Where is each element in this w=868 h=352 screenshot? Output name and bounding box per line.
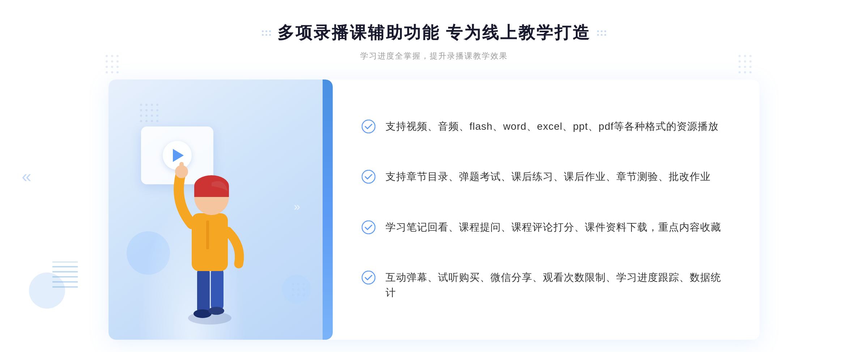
svg-point-26 [151,104,153,106]
dots-decoration-tl [103,52,132,83]
svg-point-16 [744,60,746,63]
svg-point-62 [362,170,375,183]
svg-point-18 [739,66,741,68]
svg-point-17 [749,60,752,63]
feature-text-3: 学习笔记回看、课程提问、课程评论打分、课件资料下载，重点内容收藏 [386,220,721,235]
check-icon-3 [362,220,375,234]
right-dots [597,30,606,36]
svg-point-0 [106,55,108,57]
svg-point-28 [140,109,142,111]
svg-rect-60 [206,220,209,249]
svg-point-8 [116,66,119,68]
svg-point-4 [111,60,113,63]
svg-point-11 [116,71,119,73]
accent-strip [323,80,333,340]
svg-point-12 [739,55,741,57]
check-icon-4 [362,271,375,284]
feature-item-3: 学习笔记回看、课程提问、课程评论打分、课件资料下载，重点内容收藏 [362,220,731,235]
svg-point-6 [106,66,108,68]
illus-chevron: » [294,200,300,213]
svg-point-35 [156,115,158,117]
svg-point-53 [208,307,224,315]
svg-point-39 [156,120,158,122]
svg-point-37 [145,120,148,122]
page-container: « 多项录播课辅助功能 专为线上教学打造 [0,0,868,352]
svg-point-13 [744,55,746,57]
svg-point-23 [749,71,752,73]
svg-rect-54 [192,213,228,271]
check-icon-1 [362,120,375,133]
feature-text-1: 支持视频、音频、flash、word、excel、ppt、pdf等各种格式的资源… [386,119,719,134]
svg-point-64 [362,271,375,284]
chevron-left-icon: « [22,166,31,186]
svg-point-3 [106,60,108,63]
svg-point-33 [145,115,148,117]
svg-point-1 [111,55,113,57]
header-section: 多项录播课辅助功能 专为线上教学打造 学习进度全掌握，提升录播课教学效果 [262,22,607,61]
svg-point-5 [116,60,119,63]
svg-point-7 [111,66,113,68]
svg-point-15 [739,60,741,63]
svg-point-61 [362,120,375,133]
left-dots [262,30,271,36]
svg-point-21 [739,71,741,73]
svg-point-34 [151,115,153,117]
dots-decoration-tr [736,52,765,83]
svg-rect-51 [211,267,224,311]
svg-point-31 [156,109,158,111]
check-icon-2 [362,170,375,184]
svg-point-22 [744,71,746,73]
page-subtitle: 学习进度全掌握，提升录播课教学效果 [262,51,607,61]
feature-item-4: 互动弹幕、试听购买、微信分享、观看次数限制、学习进度跟踪、数据统计 [362,270,731,300]
svg-point-63 [362,221,375,234]
svg-point-36 [140,120,142,122]
svg-point-20 [749,66,752,68]
svg-point-19 [744,66,746,68]
svg-point-9 [106,71,108,73]
svg-point-32 [140,115,142,117]
svg-rect-50 [197,267,210,314]
content-panel: 支持视频、音频、flash、word、excel、ppt、pdf等各种格式的资源… [333,80,760,340]
person-illustration [152,130,268,332]
svg-point-25 [145,104,148,106]
svg-point-10 [111,71,113,73]
feature-text-2: 支持章节目录、弹题考试、课后练习、课后作业、章节测验、批改作业 [386,169,711,184]
svg-point-2 [116,55,119,57]
svg-point-14 [749,55,752,57]
feature-item-2: 支持章节目录、弹题考试、课后练习、课后作业、章节测验、批改作业 [362,169,731,184]
svg-point-30 [151,109,153,111]
main-card: » 支持视频、音频、flash、word、excel、ppt、pdf等各种格式的… [109,80,760,340]
svg-point-27 [156,104,158,106]
svg-point-24 [140,104,142,106]
feature-text-4: 互动弹幕、试听购买、微信分享、观看次数限制、学习进度跟踪、数据统计 [386,270,731,300]
svg-point-29 [145,109,148,111]
illustration-panel: » [109,80,333,340]
svg-rect-56 [179,162,184,173]
title-row: 多项录播课辅助功能 专为线上教学打造 [262,22,607,44]
feature-item-1: 支持视频、音频、flash、word、excel、ppt、pdf等各种格式的资源… [362,119,731,134]
page-title: 多项录播课辅助功能 专为线上教学打造 [277,22,591,44]
svg-point-38 [151,120,153,122]
circle-decoration-2 [282,275,311,304]
lines-decoration [52,262,78,294]
